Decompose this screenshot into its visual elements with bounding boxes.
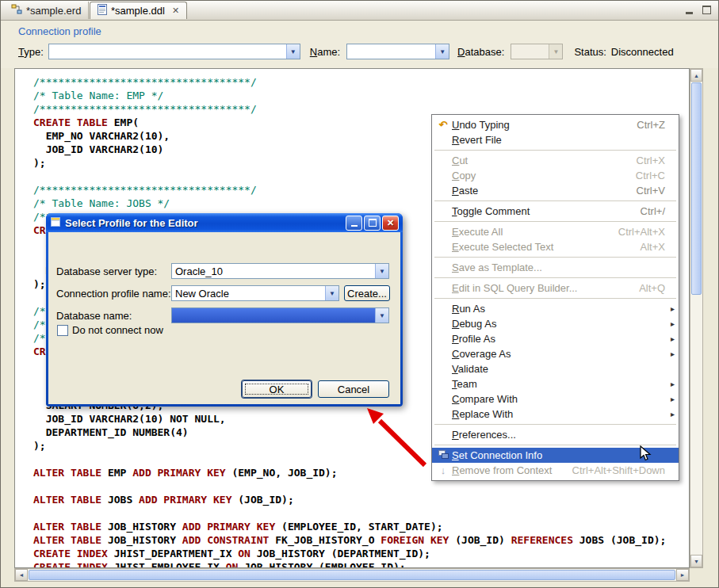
menu-item-label: Copy <box>452 170 636 181</box>
profile-name-label: Connection profile name: <box>56 288 171 300</box>
menu-item-execute-all: Execute AllCtrl+Alt+X <box>432 224 679 239</box>
dialog-body: Database server type: Oracle_10 ▼ Connec… <box>48 232 400 404</box>
database-combo: ▼ <box>511 44 563 59</box>
chevron-down-icon[interactable]: ▼ <box>375 308 388 323</box>
dialog-title-bar[interactable]: Select Profile for the Editor ✕ <box>46 213 403 232</box>
maximize-view-icon[interactable] <box>702 6 712 14</box>
code-line: ALTER TABLE JOB_HISTORY ADD PRIMARY KEY … <box>33 520 689 533</box>
menu-item-remove-from-context: ↓Remove from ContextCtrl+Alt+Shift+Down <box>432 463 679 478</box>
app-window: *sample.erd *sample.ddl ✕ Connection pro… <box>0 0 719 588</box>
menu-item-save-as-template: Save as Template... <box>432 260 679 275</box>
dialog-close-button[interactable]: ✕ <box>382 216 399 231</box>
menu-item-label: Save as Template... <box>452 262 676 273</box>
submenu-arrow-icon: ▸ <box>671 334 675 343</box>
menu-item-compare-with[interactable]: Compare With▸ <box>432 391 679 407</box>
menu-item-label: Team <box>452 378 676 390</box>
menu-item-label: Revert File <box>452 134 676 146</box>
menu-item-validate[interactable]: Validate <box>432 361 679 376</box>
name-combo[interactable]: ▼ <box>346 44 449 59</box>
database-combo-value <box>511 44 549 59</box>
scroll-up-icon[interactable]: ▲ <box>690 69 702 82</box>
menu-item-paste[interactable]: PasteCtrl+V <box>432 183 679 198</box>
horizontal-scroll-thumb[interactable] <box>29 570 675 580</box>
menu-item-label: Edit in SQL Query Builder... <box>452 282 639 294</box>
menu-item-profile-as[interactable]: Profile As▸ <box>432 331 679 346</box>
status-label: Status: <box>574 46 606 58</box>
menu-item-coverage-as[interactable]: Coverage As▸ <box>432 346 679 361</box>
scroll-right-icon[interactable]: ► <box>676 569 689 581</box>
menu-item-copy: CopyCtrl+C <box>432 168 679 183</box>
submenu-arrow-icon: ▸ <box>671 410 675 418</box>
mouse-cursor <box>640 445 652 462</box>
dialog-window-buttons: ✕ <box>344 216 399 231</box>
menu-item-run-as[interactable]: Run As▸ <box>432 301 679 316</box>
ok-button[interactable]: OK <box>242 380 312 398</box>
code-line: CREATE INDEX JHIST_EMPLOYEE_IX ON JOB_HI… <box>33 560 689 568</box>
close-tab-icon[interactable]: ✕ <box>172 6 179 16</box>
minimize-view-icon[interactable] <box>684 6 694 14</box>
chevron-down-icon[interactable]: ▼ <box>435 44 449 59</box>
tab-sample-erd[interactable]: *sample.erd <box>4 2 89 19</box>
tab-label: *sample.ddl <box>111 5 165 17</box>
menu-item-label: Profile As <box>452 333 676 345</box>
submenu-arrow-icon: ▸ <box>671 395 675 403</box>
menu-item-undo-typing[interactable]: ↶Undo TypingCtrl+Z <box>432 117 679 132</box>
create-button[interactable]: Create... <box>344 285 390 301</box>
menu-item-replace-with[interactable]: Replace With▸ <box>432 407 679 422</box>
view-chrome <box>684 6 712 14</box>
menu-item-toggle-comment[interactable]: Toggle CommentCtrl+/ <box>432 204 679 219</box>
menu-separator <box>434 200 676 201</box>
connection-profile-panel: Connection profile Type: ▼ Name: ▼ Datab… <box>1 21 718 68</box>
dialog-title: Select Profile for the Editor <box>65 217 340 229</box>
menu-item-shortcut: Alt+Q <box>639 282 676 294</box>
ddl-file-icon <box>98 4 107 17</box>
menu-item-shortcut: Ctrl+/ <box>641 205 676 217</box>
menu-item-label: Preferences... <box>452 429 676 441</box>
name-combo-value <box>347 44 435 59</box>
chevron-down-icon[interactable]: ▼ <box>375 264 388 278</box>
dialog-maximize-button[interactable] <box>364 216 381 231</box>
dialog-minimize-button[interactable] <box>346 216 362 231</box>
select-profile-dialog: Select Profile for the Editor ✕ Database… <box>46 213 403 407</box>
connection-profile-controls: Type: ▼ Name: ▼ Database: ▼ Status: Disc… <box>18 44 674 59</box>
server-type-value: Oracle_10 <box>172 264 375 278</box>
annotation-arrow <box>359 399 438 475</box>
menu-item-debug-as[interactable]: Debug As▸ <box>432 316 679 331</box>
type-combo[interactable]: ▼ <box>48 44 300 59</box>
do-not-connect-checkbox[interactable] <box>57 325 68 336</box>
menu-item-cut: CutCtrl+X <box>432 153 679 168</box>
code-line: /**********************************/ <box>33 75 689 89</box>
scrollbar-corner <box>690 568 703 582</box>
menu-item-label: Coverage As <box>452 348 676 360</box>
chevron-down-icon[interactable]: ▼ <box>325 286 338 300</box>
vertical-scrollbar[interactable]: ▲ ▼ <box>690 68 703 568</box>
menu-item-preferences[interactable]: Preferences... <box>432 427 679 442</box>
tab-sample-ddl[interactable]: *sample.ddl ✕ <box>90 2 187 19</box>
menu-item-shortcut: Ctrl+Alt+X <box>618 226 676 238</box>
editor-context-menu: ↶Undo TypingCtrl+ZRevert FileCutCtrl+XCo… <box>431 114 679 481</box>
profile-name-combo[interactable]: New Oracle ▼ <box>171 285 339 301</box>
menu-item-team[interactable]: Team▸ <box>432 376 679 391</box>
horizontal-scrollbar[interactable]: ◄ ► <box>14 568 690 582</box>
menu-item-label: Toggle Comment <box>452 205 641 217</box>
cancel-button[interactable]: Cancel <box>318 380 389 398</box>
menu-item-edit-in-sql-query-builder: Edit in SQL Query Builder...Alt+Q <box>432 281 679 296</box>
menu-item-shortcut: Ctrl+V <box>637 185 676 197</box>
menu-separator <box>434 277 676 278</box>
menu-separator <box>434 150 676 151</box>
menu-item-label: Run As <box>452 303 676 315</box>
connection-profile-title: Connection profile <box>18 25 101 37</box>
scroll-down-icon[interactable]: ▼ <box>690 555 702 567</box>
submenu-arrow-icon: ▸ <box>671 319 675 328</box>
menu-item-label: Cut <box>452 155 637 166</box>
menu-item-revert-file[interactable]: Revert File <box>432 132 679 147</box>
database-name-combo[interactable]: ▼ <box>171 307 389 323</box>
chevron-down-icon[interactable]: ▼ <box>286 44 300 59</box>
menu-item-label: Execute All <box>452 226 618 238</box>
menu-item-shortcut: Alt+X <box>641 241 676 253</box>
server-type-label: Database server type: <box>56 265 157 277</box>
scroll-left-icon[interactable]: ◄ <box>15 569 28 581</box>
server-type-combo[interactable]: Oracle_10 ▼ <box>171 263 389 279</box>
type-combo-value <box>49 44 286 59</box>
vertical-scroll-thumb[interactable] <box>691 82 702 295</box>
